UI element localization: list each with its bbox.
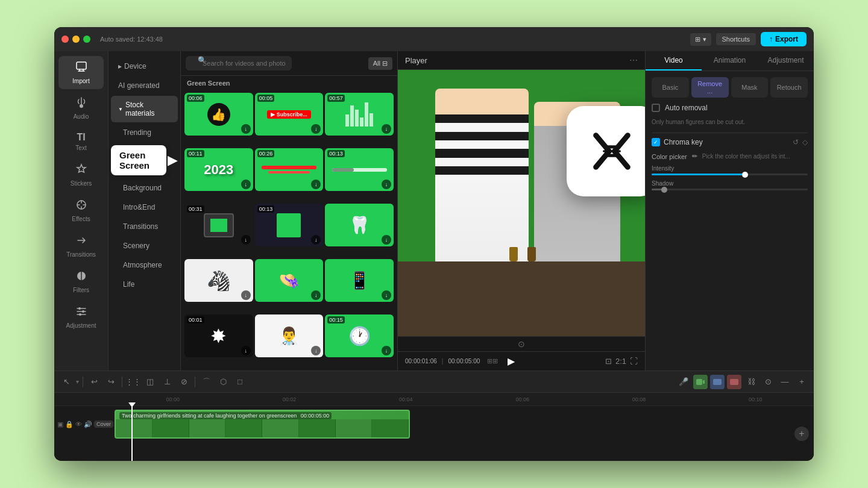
nav-item-text[interactable]: TI Text [58, 127, 104, 156]
track-visibility-icon[interactable]: 👁 [75, 421, 82, 428]
nav-item-audio[interactable]: Audio [58, 92, 104, 125]
audio-track-btn[interactable] [710, 375, 725, 389]
side-menu-transitions[interactable]: Transitions [111, 217, 178, 236]
side-menu-life[interactable]: Life [111, 275, 178, 293]
shadow-thumb[interactable] [661, 187, 667, 193]
chroma-key-checkbox[interactable]: ✓ [652, 138, 660, 146]
trim-end-tool[interactable]: ⊥ [160, 375, 174, 389]
media-thumb-9[interactable]: 🦷 ↓ [325, 204, 394, 246]
media-thumb-14[interactable]: 👨‍⚕️ ↓ [255, 314, 324, 357]
play-button[interactable]: ▶ [503, 355, 520, 367]
video-track-btn[interactable] [693, 375, 708, 389]
auto-removal-checkbox[interactable] [652, 104, 660, 112]
download-icon-7[interactable]: ↓ [241, 235, 251, 245]
media-thumb-11[interactable]: 👒 ↓ [255, 259, 324, 302]
download-icon-1[interactable]: ↓ [241, 124, 251, 134]
close-button[interactable] [61, 36, 69, 43]
download-icon-15[interactable]: ↓ [382, 346, 391, 355]
copy-tool[interactable]: ⊙ [761, 375, 775, 389]
media-thumb-1[interactable]: 👍 00:06 ↓ [184, 93, 253, 136]
side-menu-ai-generated[interactable]: AI generated [111, 77, 178, 95]
fullscreen-icon[interactable]: ⛶ [630, 357, 638, 366]
shortcuts-button[interactable]: Shortcuts [716, 33, 756, 45]
svg-rect-8 [703, 380, 705, 384]
nav-item-import[interactable]: Import [58, 56, 104, 89]
split-tool[interactable]: ⋮⋮ [126, 375, 140, 389]
undo-tool[interactable]: ↩ [87, 375, 101, 389]
track-lock-icon[interactable]: 🔒 [65, 421, 74, 428]
intensity-thumb[interactable] [742, 172, 748, 178]
side-menu-background[interactable]: Background [111, 179, 178, 197]
download-icon-6[interactable]: ↓ [382, 180, 391, 189]
playhead[interactable] [131, 406, 133, 461]
ruler-mark-8: 00:08 [580, 396, 697, 402]
reset-icon[interactable]: ↺ [793, 138, 799, 146]
eyedropper-icon[interactable]: ✏ [692, 152, 697, 160]
download-icon-3[interactable]: ↓ [382, 124, 391, 134]
fps-button[interactable]: ⊞⊞ [487, 357, 498, 365]
add-track-button[interactable]: + [794, 427, 809, 441]
subtab-basic[interactable]: Basic [652, 77, 689, 98]
cursor-tool[interactable]: ↖ [59, 375, 74, 389]
crop-tool[interactable]: □ [233, 375, 247, 389]
media-thumb-12[interactable]: 📱 ↓ [325, 259, 394, 302]
mic-tool[interactable]: 🎤 [676, 375, 691, 389]
download-icon-12[interactable]: ↓ [382, 290, 391, 300]
tab-video[interactable]: Video [646, 51, 702, 70]
media-thumb-2[interactable]: ▶ Subscribe... 00:05 ↓ [255, 93, 324, 136]
redo-tool[interactable]: ↪ [104, 375, 118, 389]
side-menu-device[interactable]: ▶Device [111, 57, 178, 75]
media-thumb-10[interactable]: 🦓 ↓ [184, 259, 253, 302]
side-menu-stock[interactable]: ▼Stock materials [111, 96, 178, 122]
subtab-retouch[interactable]: Retouch [770, 77, 808, 98]
media-thumb-15[interactable]: 🕐 00:15 ↓ [325, 314, 394, 357]
export-button[interactable]: ↑ Export [761, 32, 807, 46]
side-menu-trending[interactable]: Trending [111, 124, 178, 142]
shadow-slider[interactable] [652, 189, 808, 190]
media-thumb-6[interactable]: 00:13 ↓ [325, 148, 394, 191]
zoom-out-tool[interactable]: — [778, 375, 792, 389]
subtab-remove[interactable]: Remove ... [691, 77, 729, 98]
trim-start-tool[interactable]: ◫ [143, 375, 157, 389]
nav-item-effects[interactable]: Effects [58, 194, 104, 227]
side-menu-atmosphere[interactable]: Atmosphere [111, 256, 178, 274]
adjustment-icon [75, 305, 87, 321]
player-menu-icon[interactable]: ⋯ [629, 55, 638, 65]
add-track-tool[interactable]: + [794, 375, 809, 389]
video-clip[interactable]: Two charming girlfriends sitting at cafe… [115, 410, 410, 439]
download-icon-10[interactable]: ↓ [241, 290, 251, 300]
screenshot-icon[interactable]: ⊡ [605, 357, 612, 366]
nav-item-filters[interactable]: Filters [58, 265, 104, 298]
nav-item-stickers[interactable]: Stickers [58, 158, 104, 192]
tab-adjustment[interactable]: Adjustment [758, 51, 814, 70]
layout-button[interactable]: ⊞ ▾ [690, 33, 711, 46]
track-audio-icon[interactable]: 🔊 [84, 421, 92, 428]
subtab-mask[interactable]: Mask [731, 77, 769, 98]
media-thumb-5[interactable]: 00:26 ↓ [255, 148, 324, 191]
link-tool[interactable]: ⛓ [744, 375, 758, 389]
mask-tool[interactable]: ⬡ [216, 375, 230, 389]
ratio-icon[interactable]: 2:1 [615, 357, 626, 366]
download-icon-13[interactable]: ↓ [241, 346, 251, 355]
tab-animation[interactable]: Animation [702, 51, 758, 70]
cursor-dropdown[interactable]: ▾ [76, 378, 79, 385]
media-thumb-13[interactable]: ✸ 00:01 ↓ [184, 314, 253, 357]
media-thumb-8[interactable]: 00:13 ↓ [255, 204, 324, 246]
nav-item-adjustment[interactable]: Adjustment [58, 301, 104, 334]
media-thumb-3[interactable]: 00:57 ↓ [325, 93, 394, 136]
intensity-slider[interactable] [652, 174, 808, 175]
download-icon-4[interactable]: ↓ [241, 180, 251, 189]
maximize-button[interactable] [83, 36, 90, 43]
media-thumb-4[interactable]: 2023 00:11 ↓ [184, 148, 253, 191]
delete-tool[interactable]: ⊘ [177, 375, 191, 389]
freeze-tool[interactable]: ⌒ [199, 375, 213, 389]
all-filter-button[interactable]: All ⊟ [368, 57, 392, 70]
text-track-btn[interactable] [727, 375, 741, 389]
nav-item-transitions[interactable]: Transitions [58, 230, 104, 263]
diamond-icon[interactable]: ◇ [802, 138, 808, 146]
minimize-button[interactable] [72, 36, 80, 43]
media-thumb-7[interactable]: 00:31 ↓ [184, 204, 253, 246]
side-menu-intro[interactable]: Intro&End [111, 198, 178, 216]
side-menu-scenery[interactable]: Scenery [111, 237, 178, 255]
download-icon-9[interactable]: ↓ [382, 235, 391, 245]
